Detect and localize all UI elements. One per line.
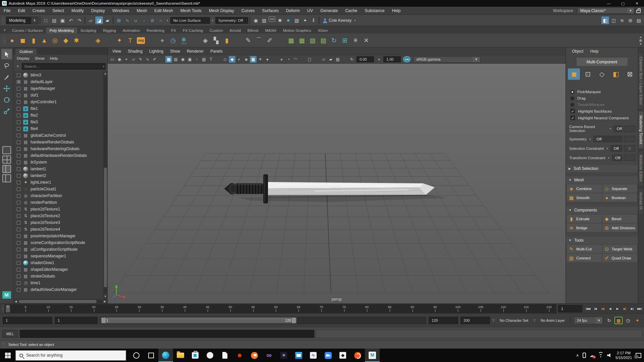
shelf-tab[interactable]: XGen	[314, 27, 331, 34]
expand-icon[interactable]	[17, 187, 20, 191]
exposure-field[interactable]: 0.00	[357, 56, 374, 62]
outliner-menu-item[interactable]: Show	[35, 56, 45, 60]
poly-sphere-icon[interactable]: ●	[7, 36, 17, 46]
outliner-item[interactable]: characterPartition	[13, 192, 103, 199]
expand-icon[interactable]	[17, 207, 20, 211]
shelf-tab[interactable]: Rigging	[100, 27, 119, 34]
outliner-item[interactable]: time1	[13, 280, 103, 286]
expand-icon[interactable]	[17, 140, 20, 144]
snap-to-grid-button[interactable]: ⊞	[115, 16, 123, 24]
step-forward-frame-button[interactable]: ▶|	[629, 305, 636, 312]
scrollbar-thumb[interactable]	[104, 168, 107, 287]
play-forwards-button[interactable]: ▶	[614, 305, 621, 312]
menu-item[interactable]: Cache	[341, 7, 361, 15]
render-view-button[interactable]: ◉	[252, 16, 260, 24]
playback-loop-button[interactable]: ↻	[605, 317, 613, 324]
panel-menu-item[interactable]: Lighting	[146, 49, 167, 54]
snap-to-curve-button[interactable]: ∿	[123, 16, 131, 24]
multi-component-label[interactable]: Multi-Component	[577, 58, 628, 66]
object-mode-button[interactable]: ◼	[568, 68, 580, 80]
shelf-menu-icon[interactable]: ▾	[2, 27, 7, 33]
shelf-tab[interactable]: Rendering	[143, 27, 168, 34]
highlight-backfaces-checkbox[interactable]: ✓ Highlight Backfaces	[571, 109, 638, 113]
boolean-button[interactable]: ●Boolean	[602, 193, 637, 202]
target-weld-button[interactable]: ⊡Target Weld	[602, 245, 637, 253]
scroll-down-icon[interactable]: ▼	[104, 294, 107, 299]
clear-buffer-icon[interactable]: ▨	[334, 56, 341, 63]
svg-tool-icon[interactable]: svg	[136, 36, 146, 46]
panel-menu-item[interactable]: Show	[167, 49, 183, 54]
drag-handle[interactable]	[2, 16, 4, 24]
toolkit-menu-item[interactable]: Object	[569, 49, 586, 54]
poly-plane-icon[interactable]: ◆	[61, 36, 71, 46]
panel-menu-item[interactable]: Panels	[207, 49, 226, 54]
edge-mode-button[interactable]: ◇	[596, 68, 608, 80]
file-explorer-icon[interactable]	[173, 349, 188, 362]
snap-to-point-button[interactable]: ∪	[132, 16, 140, 24]
chevron-down-icon[interactable]: ▽	[533, 319, 536, 322]
quad-draw-shelf-icon[interactable]: ✐	[265, 36, 275, 46]
paint-select-tool-button[interactable]	[1, 72, 12, 82]
lock-camera-icon[interactable]: ◉	[116, 56, 123, 63]
show-hidden-icons-chevron[interactable]: ∧	[576, 353, 579, 358]
face-mode-button[interactable]: ◧	[610, 68, 622, 80]
chevron-down-icon[interactable]: ▾	[211, 19, 215, 22]
workspace-select[interactable]: Maya Classic* ▼	[577, 7, 634, 14]
poly-cube-icon[interactable]: ◼	[18, 36, 28, 46]
document-app-icon[interactable]	[217, 349, 232, 362]
maya-taskbar-icon[interactable]: M	[365, 349, 380, 362]
field-chart-icon[interactable]: ▫	[194, 56, 200, 63]
expand-icon[interactable]	[17, 94, 20, 97]
scrollbar-thumb[interactable]	[19, 300, 97, 303]
shelf-tab[interactable]: FX Caching	[179, 27, 206, 34]
play-backwards-button[interactable]: ◀	[606, 305, 613, 312]
tab-human-ik[interactable]: Human IK	[639, 188, 644, 215]
step-forward-key-button[interactable]: ▶|	[621, 305, 628, 312]
range-start-handle[interactable]	[102, 318, 106, 323]
outliner-item[interactable]: file3	[13, 119, 103, 125]
playback-start-field[interactable]: 1	[55, 317, 98, 324]
bookmark-icon[interactable]: ▱	[130, 56, 137, 63]
viewport-canvas[interactable]: persp	[108, 64, 566, 303]
outliner-item[interactable]: renderPartition	[13, 199, 103, 206]
expand-icon[interactable]	[17, 120, 20, 124]
platonic-solid-icon[interactable]: ◈	[93, 36, 103, 46]
smooth-mesh-icon[interactable]: ▦	[297, 36, 307, 46]
shelf-scroll-handle[interactable]	[639, 39, 642, 42]
expand-icon[interactable]	[17, 127, 20, 131]
camera-attributes-icon[interactable]: ⌖	[123, 56, 130, 63]
auto-key-button[interactable]: ✦	[633, 317, 641, 324]
quad-draw-button[interactable]: ✐Quad Draw	[602, 254, 637, 262]
menu-item[interactable]: Curves	[238, 7, 259, 15]
blender-icon[interactable]	[247, 349, 262, 362]
expand-icon[interactable]	[17, 281, 20, 285]
menu-item[interactable]: Display	[88, 7, 109, 15]
channel-box-toggle[interactable]: ▤	[635, 16, 643, 24]
tab-channel-box[interactable]: Channel Box / Layer Editor	[639, 52, 644, 109]
oversan-icon[interactable]: ✐	[151, 56, 158, 63]
symmetry-select[interactable]: Symmetry ▾ Off	[569, 136, 635, 142]
menu-item[interactable]: Create	[29, 7, 49, 15]
expand-icon[interactable]	[17, 234, 20, 238]
outliner-item[interactable]: hardwareRenderGlobals	[13, 139, 103, 145]
save-scene-button[interactable]: ▣	[59, 16, 66, 24]
time-editor-button[interactable]: ◷	[624, 317, 632, 324]
gamma-field[interactable]: 1.00	[383, 56, 401, 62]
shelf-tab[interactable]: Sculpting	[77, 27, 100, 34]
command-output[interactable]	[316, 330, 642, 338]
spin-edge-icon[interactable]: ↻	[329, 36, 339, 46]
outliner-item[interactable]: file1	[13, 105, 103, 112]
character-controls-toggle[interactable]: ◫	[610, 16, 618, 24]
unity-icon[interactable]: ◆	[335, 349, 350, 362]
expand-icon[interactable]	[17, 100, 20, 104]
shelf-tab[interactable]: MASH	[262, 27, 279, 34]
mirror-icon[interactable]: ▩	[286, 36, 296, 46]
reduce-icon[interactable]: ▧	[308, 36, 318, 46]
expand-icon[interactable]	[17, 268, 20, 272]
snap-to-projected-center-button[interactable]: ◦	[140, 16, 148, 24]
modeling-toolkit-toggle[interactable]: ◧	[601, 16, 609, 24]
expand-icon[interactable]	[17, 134, 20, 137]
taskbar-clock[interactable]: 2:17 PM 5/15/2021	[615, 351, 632, 360]
origin-icon[interactable]	[350, 349, 365, 362]
mail-icon[interactable]	[291, 349, 306, 362]
